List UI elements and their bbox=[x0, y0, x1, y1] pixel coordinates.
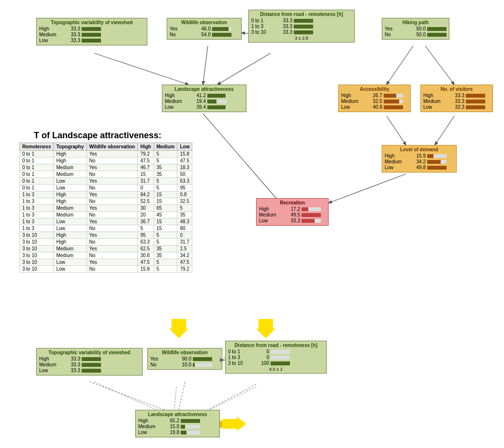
col-header-topography: Topography bbox=[54, 143, 86, 151]
node-distance2: Distance from road - remoteness [h] 0 to… bbox=[225, 341, 327, 374]
svg-line-8 bbox=[435, 116, 454, 145]
section-title: T of Landscape attractiveness: bbox=[34, 130, 161, 141]
table-row: 0 to 1HighYes79.2515.8 bbox=[20, 151, 192, 158]
distance-row-1to3: 1 to 3 33.3 bbox=[251, 24, 352, 29]
svg-line-1 bbox=[203, 46, 208, 85]
hiking-row-yes: Yes 50.0 bbox=[385, 26, 446, 31]
col-header-wildlife: Wildlife observation bbox=[86, 143, 138, 151]
wildlife-row-yes: Yes 46.0 bbox=[170, 26, 239, 31]
svg-line-12 bbox=[203, 387, 256, 413]
accessibility-title: Accessibility bbox=[341, 87, 408, 92]
table-row: 0 to 1HighNo47.5547.5 bbox=[20, 158, 192, 164]
svg-line-0 bbox=[94, 53, 188, 85]
landscape-row-low: Low 39.4 bbox=[165, 104, 244, 110]
visitors-row-low: Low 33.3 bbox=[423, 104, 490, 110]
landscape2-medium: Medium 15.0 bbox=[138, 424, 217, 429]
wildlife-row-no: No 54.0 bbox=[170, 32, 239, 37]
col-header-remoteness: Remoteness bbox=[20, 143, 54, 151]
wildlife2-yes: Yes 90.0 bbox=[150, 356, 219, 361]
table-row: 3 to 10LowNo15.8579.2 bbox=[20, 266, 192, 273]
landscape-row-high: High 41.2 bbox=[165, 93, 244, 98]
table-row: 3 to 10MediumNo30.83534.2 bbox=[20, 252, 192, 259]
topo-row-medium: Medium 33.3 bbox=[39, 32, 144, 37]
table-row: 1 to 3HighNo52.51532.5 bbox=[20, 198, 192, 205]
visitors-row-high: High 33.3 bbox=[423, 93, 490, 98]
table-row: 0 to 1LowNo0595 bbox=[20, 185, 192, 191]
table-row: 3 to 10LowYes47.5547.5 bbox=[20, 259, 192, 266]
node-topo-title: Topographic variability of viewshed bbox=[39, 20, 144, 25]
svg-line-5 bbox=[425, 46, 454, 85]
table-row: 1 to 3HighYes84.2150.8 bbox=[20, 191, 192, 198]
level-demand-title: Level of demand bbox=[385, 147, 454, 152]
svg-marker-16 bbox=[169, 319, 188, 338]
topo2-title: Topographic variability of viewshed bbox=[39, 350, 140, 355]
distance-row-0to1: 0 to 1 33.3 bbox=[251, 18, 352, 23]
table-row: 1 to 3LowNo51580 bbox=[20, 225, 192, 232]
distance-title: Distance from road - remoteness [h] bbox=[251, 12, 352, 17]
table-row: 0 to 1LowYes31.7563.3 bbox=[20, 178, 192, 185]
demand-row-high: High 15.9 bbox=[385, 153, 454, 159]
table-row: 1 to 3MediumNo204535 bbox=[20, 212, 192, 218]
node-topo-variability: Topographic variability of viewshed High… bbox=[36, 18, 147, 45]
distance-summary: 3 ± 2.8 bbox=[251, 36, 352, 41]
svg-line-21 bbox=[208, 384, 256, 410]
col-header-high: High bbox=[138, 143, 154, 151]
topo-row-high: High 33.3 bbox=[39, 26, 144, 31]
wildlife2-title: Wildlife observation bbox=[150, 350, 219, 355]
topo2-medium: Medium 33.3 bbox=[39, 362, 140, 367]
node-landscape-attract: Landscape attractiveness High 41.2 Mediu… bbox=[162, 85, 246, 112]
svg-marker-18 bbox=[222, 417, 246, 431]
demand-row-low: Low 49.8 bbox=[385, 165, 454, 170]
visitors-title: No. of visitors bbox=[423, 87, 490, 92]
landscape-row-medium: Medium 19.4 bbox=[165, 99, 244, 104]
wildlife-title: Wildlife observation bbox=[170, 20, 239, 25]
node-hiking-path: Hiking path Yes 50.0 No 50.0 bbox=[382, 18, 449, 40]
distance2-title: Distance from road - remoteness [h] bbox=[228, 343, 324, 348]
node-recreation: Recreation High 17.2 Medium 49.5 Low 33.… bbox=[256, 198, 329, 226]
svg-line-7 bbox=[387, 116, 406, 145]
yellow-arrow-right bbox=[222, 417, 246, 432]
hiking-title: Hiking path bbox=[385, 20, 446, 25]
table-row: 1 to 3LowYes36.71548.3 bbox=[20, 218, 192, 225]
topo-row-low: Low 33.3 bbox=[39, 38, 144, 43]
node-accessibility: Accessibility High 26.7 Medium 32.5 Low … bbox=[338, 85, 411, 112]
visitors-row-medium: Medium 33.3 bbox=[423, 99, 490, 104]
svg-line-2 bbox=[217, 53, 271, 85]
landscape2-low: Low 19.8 bbox=[138, 430, 217, 435]
distance2-summary: 6.5 ± 2 bbox=[228, 367, 324, 372]
svg-marker-17 bbox=[256, 319, 275, 338]
node-level-demand: Level of demand High 15.9 Medium 34.2 Lo… bbox=[382, 145, 457, 173]
svg-line-4 bbox=[387, 46, 413, 85]
table-row: 3 to 10HighNo63.3531.7 bbox=[20, 239, 192, 246]
node-wildlife2: Wildlife observation Yes 90.0 No 10.0 bbox=[147, 348, 222, 370]
node-visitors: No. of visitors High 33.3 Medium 33.3 Lo… bbox=[420, 85, 493, 112]
access-row-high: High 26.7 bbox=[341, 93, 408, 98]
col-header-medium: Medium bbox=[154, 143, 177, 151]
distance-row-3to10: 3 to 10 33.3 bbox=[251, 29, 352, 35]
svg-line-20 bbox=[179, 382, 185, 410]
node-wildlife-obs: Wildlife observation Yes 46.0 No 54.0 bbox=[167, 18, 242, 40]
recreation-title: Recreation bbox=[259, 200, 326, 205]
svg-line-6 bbox=[203, 114, 280, 203]
recreation-row-low: Low 33.3 bbox=[259, 218, 326, 223]
hiking-row-no: No 50.0 bbox=[385, 32, 446, 37]
distance2-0to1: 0 to 1 0 bbox=[228, 349, 324, 354]
recreation-row-medium: Medium 49.5 bbox=[259, 212, 326, 217]
table-row: 1 to 3MediumYes30655 bbox=[20, 205, 192, 212]
access-row-medium: Medium 32.5 bbox=[341, 99, 408, 104]
landscape2-high: High 65.2 bbox=[138, 418, 217, 423]
distance2-3to10: 3 to 10 100 bbox=[228, 361, 324, 366]
distance2-1to3: 1 to 3 0 bbox=[228, 355, 324, 360]
access-row-low: Low 40.8 bbox=[341, 104, 408, 110]
recreation-row-high: High 17.2 bbox=[259, 206, 326, 212]
node-topo2: Topographic variability of viewshed High… bbox=[36, 348, 143, 376]
table-row: 3 to 10HighYes9550 bbox=[20, 232, 192, 239]
demand-row-medium: Medium 34.2 bbox=[385, 159, 454, 164]
yellow-arrow-down-2 bbox=[256, 319, 275, 339]
node-landscape2: Landscape attractiveness High 65.2 Mediu… bbox=[135, 410, 220, 437]
table-row: 0 to 1MediumNo153550 bbox=[20, 171, 192, 178]
svg-line-9 bbox=[329, 174, 406, 203]
table-row: 3 to 10MediumYes62.5352.5 bbox=[20, 246, 192, 252]
topo2-high: High 33.3 bbox=[39, 356, 140, 361]
yellow-arrow-down-1 bbox=[169, 319, 188, 339]
